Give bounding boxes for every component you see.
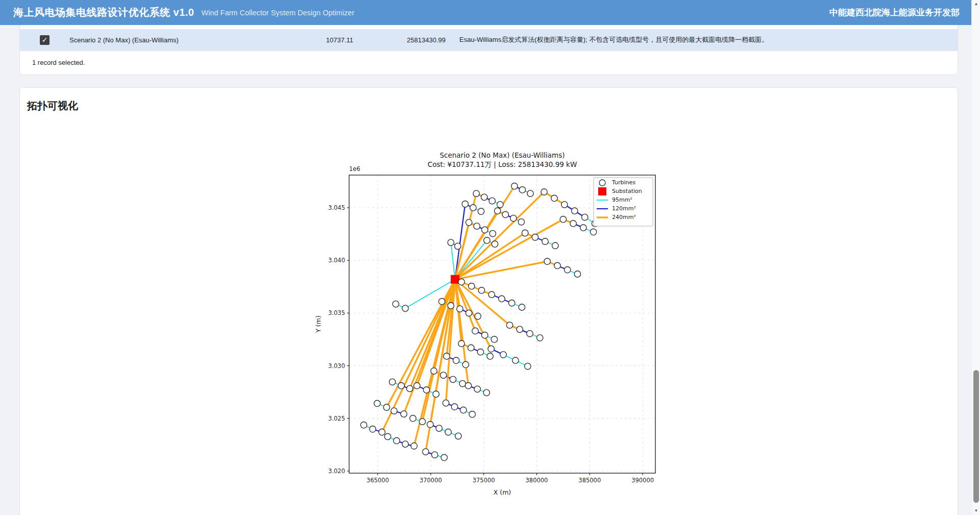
svg-text:Turbines: Turbines — [611, 179, 635, 186]
scenario-description: Esau-Williams启发式算法(权衡距离与容量); 不包含可选电缆型号，且… — [446, 35, 958, 44]
app-title: 海上风电场集电线路设计优化系统 v1.0 — [13, 6, 194, 19]
topology-figure: 3650003700003750003800003850003900003.02… — [310, 144, 668, 504]
scenario-loss: 25813430.99 — [353, 36, 446, 44]
row-checkbox[interactable]: ✓ — [40, 35, 50, 45]
svg-text:3.025: 3.025 — [328, 415, 345, 422]
scenario-cost: 10737.11 — [284, 36, 353, 44]
app-subtitle: Wind Farm Collector System Design Optimi… — [201, 9, 354, 17]
topology-chart: 3650003700003750003800003850003900003.02… — [310, 144, 668, 504]
svg-text:3.045: 3.045 — [328, 204, 345, 211]
table-clip-top — [20, 25, 958, 29]
svg-text:1e6: 1e6 — [349, 165, 360, 173]
svg-text:385000: 385000 — [578, 477, 601, 484]
svg-text:3.035: 3.035 — [328, 309, 345, 316]
svg-text:370000: 370000 — [419, 477, 442, 484]
svg-text:3.040: 3.040 — [328, 257, 345, 264]
topology-card: 拓扑可视化 3650003700003750003800003850003900… — [19, 87, 958, 515]
scrollbar-thumb[interactable] — [973, 370, 979, 503]
vertical-scrollbar[interactable]: ▲ ▼ — [971, 0, 980, 515]
svg-text:X (m): X (m) — [493, 488, 510, 496]
row-checkbox-cell: ✓ — [20, 35, 69, 45]
svg-text:240mm²: 240mm² — [612, 214, 636, 220]
svg-text:Cost: ¥10737.11万 | Loss: 25813: Cost: ¥10737.11万 | Loss: 25813430.99 kW — [427, 160, 577, 169]
scenario-table-card: ✓ Scenario 2 (No Max) (Esau-Williams) 10… — [19, 25, 958, 75]
department-label: 中能建西北院海上能源业务开发部 — [829, 7, 960, 18]
svg-text:375000: 375000 — [472, 477, 495, 484]
section-title: 拓扑可视化 — [20, 88, 958, 113]
app-header: 海上风电场集电线路设计优化系统 v1.0 Wind Farm Collector… — [0, 0, 980, 25]
svg-text:3.020: 3.020 — [328, 468, 345, 475]
svg-text:Scenario 2 (No Max) (Esau-Will: Scenario 2 (No Max) (Esau-Williams) — [439, 151, 565, 159]
svg-text:365000: 365000 — [366, 477, 389, 484]
svg-text:3.030: 3.030 — [328, 362, 345, 370]
scroll-down-icon[interactable]: ▼ — [972, 507, 980, 515]
svg-text:95mm²: 95mm² — [612, 197, 632, 203]
selection-status: 1 record selected. — [20, 51, 958, 75]
page-content: ✓ Scenario 2 (No Max) (Esau-Williams) 10… — [0, 25, 971, 515]
svg-text:120mm²: 120mm² — [612, 205, 636, 212]
svg-text:Substation: Substation — [612, 188, 642, 194]
svg-text:380000: 380000 — [525, 477, 548, 484]
scroll-up-icon[interactable]: ▲ — [972, 0, 980, 8]
svg-text:Y (m): Y (m) — [314, 315, 322, 333]
check-icon: ✓ — [42, 36, 48, 44]
svg-text:390000: 390000 — [631, 477, 654, 484]
table-row[interactable]: ✓ Scenario 2 (No Max) (Esau-Williams) 10… — [20, 29, 958, 51]
scenario-name: Scenario 2 (No Max) (Esau-Williams) — [69, 36, 284, 44]
